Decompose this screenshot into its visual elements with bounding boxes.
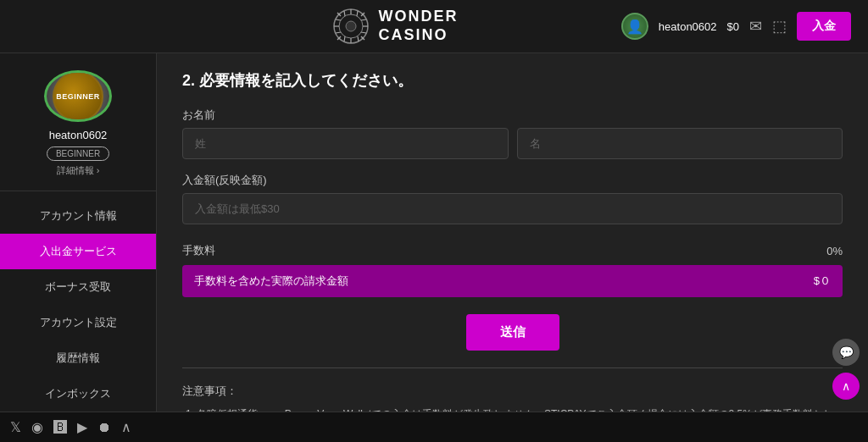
sidebar-badge: BEGINNER bbox=[47, 146, 109, 161]
beginner-emblem: BEGINNER bbox=[53, 71, 103, 122]
amount-group: 入金額(反映金額) bbox=[182, 173, 843, 224]
total-value: $０ bbox=[814, 273, 831, 289]
sidebar-item-account[interactable]: アカウント情報 bbox=[0, 198, 156, 234]
submit-container: 送信 bbox=[182, 314, 843, 351]
divider bbox=[182, 367, 843, 368]
bing-icon[interactable]: 🅱 bbox=[53, 420, 67, 435]
sidebar-nav: アカウント情報 入出金サービス ボーナス受取 アカウント設定 履歴情報 インボッ… bbox=[0, 198, 156, 412]
amount-input[interactable] bbox=[182, 193, 843, 224]
name-group: お名前 bbox=[182, 108, 843, 159]
header-balance: $0 bbox=[727, 20, 739, 33]
deposit-button[interactable]: 入金 bbox=[797, 12, 851, 41]
sidebar-username: heaton0602 bbox=[49, 129, 108, 141]
header-right: 👤 heaton0602 $0 ✉ ⬚ 入金 bbox=[621, 12, 851, 41]
youtube-icon[interactable]: ▶ bbox=[77, 419, 87, 435]
logo-icon bbox=[332, 8, 370, 45]
total-label: 手数料を含めた実際の請求金額 bbox=[194, 273, 348, 289]
name-row bbox=[182, 128, 843, 159]
amount-label: 入金額(反映金額) bbox=[182, 173, 843, 188]
logout-icon[interactable]: ⬚ bbox=[772, 17, 787, 36]
svg-line-14 bbox=[336, 32, 341, 33]
note-item-1: 1. 各暗仮想通貨・ecoPayz・Vega Walletでの入金は手数料が発生… bbox=[182, 406, 843, 412]
sidebar-item-history[interactable]: 履歴情報 bbox=[0, 340, 156, 376]
fee-label: 手数料 bbox=[182, 243, 215, 258]
svg-line-11 bbox=[358, 36, 359, 41]
sidebar-item-settings[interactable]: アカウント設定 bbox=[0, 305, 156, 340]
svg-line-12 bbox=[336, 19, 341, 20]
header-center: WONDER CASINO bbox=[332, 8, 458, 45]
sidebar-item-inbox[interactable]: インボックス bbox=[0, 376, 156, 412]
sidebar-item-bonus[interactable]: ボーナス受取 bbox=[0, 269, 156, 305]
svg-line-13 bbox=[361, 32, 366, 33]
notes-section: 注意事項： 1. 各暗仮想通貨・ecoPayz・Vega Walletでの入金は… bbox=[182, 382, 843, 412]
chat-button[interactable]: 💬 bbox=[832, 339, 860, 366]
user-avatar-sidebar: BEGINNER bbox=[44, 70, 112, 122]
fee-value: 0% bbox=[826, 245, 843, 257]
record-icon[interactable]: ⏺ bbox=[97, 420, 111, 435]
scroll-top-button[interactable]: ∧ bbox=[832, 373, 860, 400]
twitter-icon[interactable]: 𝕏 bbox=[10, 419, 21, 435]
content-area: 2. 必要情報を記入してください。 お名前 入金額(反映金額) 手数料 0% 手… bbox=[157, 53, 868, 412]
name-label: お名前 bbox=[182, 108, 843, 123]
sidebar-item-deposit[interactable]: 入出金サービス bbox=[0, 234, 156, 269]
svg-line-10 bbox=[344, 11, 345, 16]
fee-row: 手数料 0% bbox=[182, 238, 843, 263]
total-row: 手数料を含めた実際の請求金額 $０ bbox=[182, 265, 843, 297]
notes-title: 注意事項： bbox=[182, 382, 843, 401]
user-avatar: 👤 bbox=[621, 13, 648, 40]
svg-point-18 bbox=[346, 21, 356, 31]
header-username: heaton0602 bbox=[659, 20, 717, 33]
svg-line-15 bbox=[361, 19, 366, 20]
main-layout: BEGINNER heaton0602 BEGINNER 詳細情報 アカウント情… bbox=[0, 53, 868, 412]
chevron-icon[interactable]: ∧ bbox=[121, 419, 131, 435]
svg-line-17 bbox=[357, 11, 358, 16]
first-name-input[interactable] bbox=[517, 128, 843, 159]
detail-link[interactable]: 詳細情報 bbox=[57, 164, 100, 177]
submit-button[interactable]: 送信 bbox=[466, 314, 559, 351]
svg-line-16 bbox=[344, 36, 345, 41]
header: WONDER CASINO 👤 heaton0602 $0 ✉ ⬚ 入金 bbox=[0, 0, 868, 53]
mail-icon[interactable]: ✉ bbox=[749, 17, 762, 36]
instagram-icon[interactable]: ◉ bbox=[31, 419, 43, 435]
social-bar: 𝕏 ◉ 🅱 ▶ ⏺ ∧ bbox=[0, 412, 868, 442]
logo-text: WONDER CASINO bbox=[378, 8, 458, 44]
sidebar-divider bbox=[0, 191, 156, 191]
last-name-input[interactable] bbox=[182, 128, 509, 159]
sidebar: BEGINNER heaton0602 BEGINNER 詳細情報 アカウント情… bbox=[0, 53, 157, 412]
section-title: 2. 必要情報を記入してください。 bbox=[182, 70, 843, 91]
